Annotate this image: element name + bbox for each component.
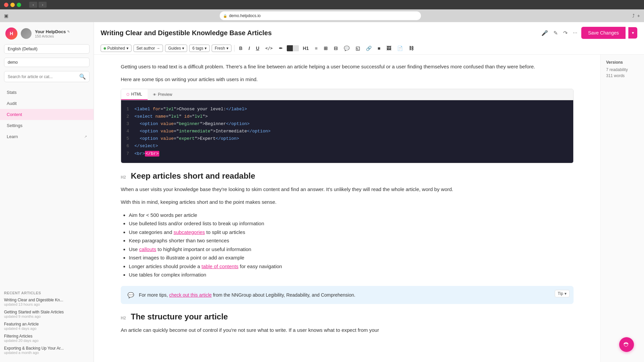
versions-title: Versions xyxy=(606,60,639,65)
callout-button[interactable]: ◱ xyxy=(354,44,362,52)
sidebar-toggle-button[interactable]: ▣ xyxy=(4,13,8,18)
intro-paragraph-1: Getting users to read text is a difficul… xyxy=(121,63,574,71)
language-selector[interactable]: English (Default) xyxy=(4,44,90,54)
close-btn[interactable] xyxy=(4,3,8,7)
maximize-btn[interactable] xyxy=(17,3,21,7)
bullet-list: Aim for < 500 words per article Use bull… xyxy=(129,211,574,279)
guides-button[interactable]: Guides ▾ xyxy=(165,45,187,52)
status-dot xyxy=(104,47,106,50)
save-changes-dropdown-button[interactable]: ▾ xyxy=(628,27,637,39)
set-author-button[interactable]: Set author → xyxy=(133,45,163,52)
nav-items: Stats Audit Content Settings Learn ↗ xyxy=(0,84,94,145)
embed-button[interactable]: ⛓ xyxy=(407,44,416,52)
site-name: Your HelpDocs ✎ xyxy=(35,29,70,34)
section2-paragraph-1: An article can quickly become out of con… xyxy=(121,326,574,334)
underline-button[interactable]: U xyxy=(254,44,261,52)
toolbar-divider xyxy=(234,45,234,52)
list-item: Longer articles should provide a table o… xyxy=(129,262,574,271)
address-bar[interactable]: 🔒 demo.helpdocs.io xyxy=(220,11,421,20)
external-link-icon: ✎ xyxy=(67,30,70,34)
file-button[interactable]: 📄 xyxy=(395,44,405,52)
url-text: demo.helpdocs.io xyxy=(229,13,261,18)
sidebar-item-content[interactable]: Content xyxy=(0,109,94,120)
h2-marker: H2 xyxy=(121,175,126,180)
list-item[interactable]: Filtering Articles updated 20 days ago xyxy=(4,334,90,343)
chevron-down-icon: ▾ xyxy=(126,46,128,51)
recent-articles-title: Recent Articles xyxy=(4,291,90,295)
article-title[interactable]: Writing Clear and Digestible Knowledge B… xyxy=(101,29,272,37)
section1-paragraph-2: With this in mind, keeping articles shor… xyxy=(121,198,574,206)
sidebar-item-stats[interactable]: Stats xyxy=(0,87,94,98)
line-numbers: 1234567 xyxy=(126,106,129,158)
editor-area: Writing Clear and Digestible Knowledge B… xyxy=(94,22,644,362)
sidebar-item-learn[interactable]: Learn ↗ xyxy=(0,131,94,142)
bold-button[interactable]: B xyxy=(237,44,245,52)
search-icon: 🔍 xyxy=(79,73,86,80)
forward-button[interactable]: ↷ xyxy=(562,28,569,38)
heading-button[interactable]: H1 xyxy=(301,44,311,52)
editor-content[interactable]: Getting users to read text is a difficul… xyxy=(94,55,600,362)
search-box[interactable]: 🔍 xyxy=(4,71,90,82)
code-inline-button[interactable]: </> xyxy=(263,45,275,52)
chevron-down-icon: ▾ xyxy=(205,46,207,51)
tab-html[interactable]: ⬡ HTML xyxy=(121,89,148,100)
tags-button[interactable]: 6 tags ▾ xyxy=(189,45,210,52)
table-of-contents-link[interactable]: table of contents xyxy=(202,263,238,269)
callouts-link[interactable]: callouts xyxy=(139,246,156,252)
external-icon: ↗ xyxy=(84,135,87,138)
more-button[interactable]: ··· xyxy=(572,28,579,37)
chevron-down-icon: ▾ xyxy=(182,46,184,51)
link-button[interactable]: 🔗 xyxy=(364,44,374,52)
floating-help-button[interactable]: ⛑ xyxy=(619,337,634,352)
subcategories-link[interactable]: subcategories xyxy=(173,229,205,235)
new-tab-button[interactable]: + xyxy=(637,13,640,18)
italic-button[interactable]: I xyxy=(247,44,252,52)
ordered-list-button[interactable]: ≡ xyxy=(313,44,320,52)
chevron-down-icon: ▾ xyxy=(565,291,567,296)
list-item[interactable]: Exporting & Backing Up Your Ar... update… xyxy=(4,346,90,355)
table-button[interactable]: ⊟ xyxy=(332,44,340,52)
sidebar-item-settings[interactable]: Settings xyxy=(0,120,94,131)
tip-article-link[interactable]: check out this article xyxy=(169,292,212,298)
tip-content: For more tips, check out this article fr… xyxy=(139,291,567,299)
mic-button[interactable]: 🎤 xyxy=(540,28,549,38)
share-button[interactable]: ⤴ xyxy=(632,13,635,18)
user-avatar xyxy=(21,28,32,39)
unordered-list-button[interactable]: ⊞ xyxy=(322,44,330,52)
save-changes-button[interactable]: Save Changes xyxy=(581,27,626,39)
list-item: Insert images to illustrate a point or a… xyxy=(129,253,574,262)
list-item: Use bulleted lists and/or ordered lists … xyxy=(129,219,574,228)
color-dark-block[interactable] xyxy=(287,45,293,51)
status-badge[interactable]: Published ▾ xyxy=(101,45,131,52)
color-blocks[interactable] xyxy=(287,45,299,51)
code-editor[interactable]: 1234567 <label for="lvl">Choose your lev… xyxy=(121,100,573,163)
fresh-button[interactable]: Fresh ▾ xyxy=(212,45,231,52)
comment-button[interactable]: 💬 xyxy=(342,44,352,52)
list-item: Aim for < 500 words per article xyxy=(129,211,574,220)
help-icon: ⛑ xyxy=(624,341,630,348)
project-selector[interactable]: demo xyxy=(4,58,90,67)
article-title-row: Writing Clear and Digestible Knowledge B… xyxy=(101,27,637,39)
sidebar-header: H Your HelpDocs ✎ 150 Articles xyxy=(0,22,94,42)
lock-icon: 🔒 xyxy=(223,14,227,18)
highlight-button[interactable]: ✒ xyxy=(277,44,285,52)
edit-button[interactable]: ✎ xyxy=(552,28,559,38)
forward-button[interactable]: › xyxy=(39,2,47,8)
search-input[interactable] xyxy=(8,74,77,79)
block-button[interactable]: ■ xyxy=(376,44,382,52)
back-button[interactable]: ‹ xyxy=(29,2,37,8)
recent-articles-section: Recent Articles Writing Clear and Digest… xyxy=(0,287,94,362)
chevron-down-icon: ▾ xyxy=(226,46,228,51)
minimize-btn[interactable] xyxy=(10,3,15,7)
traffic-lights xyxy=(4,3,21,7)
list-item[interactable]: Getting Started with Stale Articles upda… xyxy=(4,310,90,318)
intro-paragraph-2: Here are some tips on writing your artic… xyxy=(121,75,574,83)
browser-chrome: ▣ 🔒 demo.helpdocs.io ⤴ + xyxy=(0,9,644,22)
sidebar-item-audit[interactable]: Audit xyxy=(0,98,94,109)
color-light-block[interactable] xyxy=(293,45,299,51)
image-button[interactable]: 🖼 xyxy=(384,44,393,52)
list-item[interactable]: Writing Clear and Digestible Kn... updat… xyxy=(4,298,90,306)
tip-label[interactable]: Tip ▾ xyxy=(555,290,570,297)
list-item[interactable]: Featuring an Article updated 4 days ago xyxy=(4,322,90,330)
tab-preview[interactable]: 👁 Preview xyxy=(148,89,178,100)
